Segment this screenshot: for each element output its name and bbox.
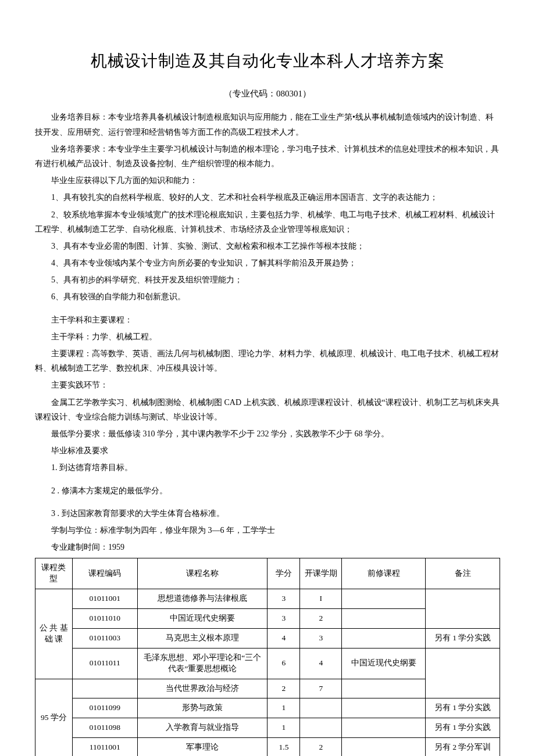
table-row: 01011098 入学教育与就业指导 1 另有 1 学分实践 bbox=[35, 718, 500, 738]
cell-pre: 中国近现代史纲要 bbox=[342, 648, 426, 679]
ability-item-3: 3、具有本专业必需的制图、计算、实验、测试、文献检索和根本工艺操作等根本技能； bbox=[35, 239, 500, 253]
cell-credit: 2 bbox=[268, 679, 300, 698]
th-prereq: 前修课程 bbox=[342, 558, 426, 589]
category-cell-1: 公 共 基 础 课 bbox=[35, 589, 73, 679]
cell-credit: 1 bbox=[268, 718, 300, 738]
cell-pre bbox=[342, 589, 426, 609]
cell-note bbox=[426, 648, 500, 698]
cell-code: 01011011 bbox=[72, 648, 137, 679]
th-code: 课程编码 bbox=[72, 558, 137, 589]
para-abilities-intro: 毕业生应获得以下几方面的知识和能力： bbox=[35, 173, 500, 188]
table-row: 01011011 毛泽东思想、邓小平理论和“三个代表”重要思想概论 6 4 中国… bbox=[35, 648, 500, 679]
grad-item-2: 2 . 修满本方案规定的最低学分。 bbox=[35, 483, 500, 498]
para-objective: 业务培养目标：本专业培养具备机械设计制造根底知识与应用能力，能在工业生产第•线从… bbox=[35, 110, 500, 139]
cell-pre bbox=[342, 738, 426, 756]
ability-item-4: 4、具有本专业领域内某个专业方向所必要的专业知识，了解其科学前沿及开展趋势； bbox=[35, 256, 500, 270]
cell-name: 形势与政策 bbox=[137, 698, 268, 718]
cell-note bbox=[426, 589, 500, 629]
cell-note: 另有 1 学分实践 bbox=[426, 628, 500, 648]
para-main-courses: 主要课程：高等数学、英语、画法几何与机械制图、理论力学、材料力学、机械原理、机械… bbox=[35, 346, 500, 375]
cell-credit: 3 bbox=[268, 589, 300, 609]
th-note: 备注 bbox=[426, 558, 500, 589]
cell-note: 另有 1 学分实践 bbox=[426, 718, 500, 738]
para-established: 专业建制时间：1959 bbox=[35, 540, 500, 554]
para-min-credits: 最低学分要求：最低修读 310 学分，其中课内教学不少于 232 学分，实践教学… bbox=[35, 427, 500, 441]
cell-name: 入学教育与就业指导 bbox=[137, 718, 268, 738]
cell-code: 01011001 bbox=[72, 589, 137, 609]
cell-credit: 1 bbox=[268, 698, 300, 718]
cell-pre bbox=[342, 628, 426, 648]
para-requirements: 业务培养要求：本专业学生主要学习机械设计与制造的根本理论，学习电子技术、计算机技… bbox=[35, 142, 500, 171]
cell-sem bbox=[300, 698, 342, 718]
grad-item-3: 3 . 到达国家教育部要求的大学生体育合格标准。 bbox=[35, 506, 500, 521]
cell-sem: 4 bbox=[300, 648, 342, 679]
para-courses-heading: 主干学科和主要课程： bbox=[35, 313, 500, 327]
page-title: 机械设计制造及其自动化专业本科人才培养方案 bbox=[35, 46, 500, 76]
cell-pre bbox=[342, 679, 426, 698]
cell-code bbox=[72, 679, 137, 698]
cell-sem: I bbox=[300, 589, 342, 609]
cell-pre bbox=[342, 698, 426, 718]
ability-item-1: 1、具有较扎实的自然科学根底、较好的人文、艺术和社会科学根底及正确运用本国语言、… bbox=[35, 190, 500, 205]
para-grad-standard: 毕业标准及要求 bbox=[35, 443, 500, 458]
ability-item-5: 5、具有初步的科学研究、科技开发及组织管理能力； bbox=[35, 273, 500, 287]
cell-sem: 2 bbox=[300, 608, 342, 628]
cell-credit: 4 bbox=[268, 628, 300, 648]
cell-credit: 6 bbox=[268, 648, 300, 679]
cell-credit: 1.5 bbox=[268, 738, 300, 756]
subtitle: （专业代码：080301） bbox=[35, 86, 500, 102]
cell-sem bbox=[300, 718, 342, 738]
cell-name: 思想道德修养与法律根底 bbox=[137, 589, 268, 609]
cell-name: 当代世界政治与经济 bbox=[137, 679, 268, 698]
cell-sem: 7 bbox=[300, 679, 342, 698]
cell-code: 01011098 bbox=[72, 718, 137, 738]
ability-item-6: 6、具有较强的自学能力和创新意识。 bbox=[35, 289, 500, 304]
cell-name: 马克思主义根本原理 bbox=[137, 628, 268, 648]
cell-code: 01011099 bbox=[72, 698, 137, 718]
grad-item-1: 1. 到达德育培养目标。 bbox=[35, 460, 500, 475]
table-header-row: 课程类型 课程编码 课程名称 学分 开课学期 前修课程 备注 bbox=[35, 558, 500, 589]
table-row: 11011001 军事理论 1.5 2 另有 2 学分军训 bbox=[35, 738, 500, 756]
th-name: 课程名称 bbox=[137, 558, 268, 589]
cell-name: 中国近现代史纲要 bbox=[137, 608, 268, 628]
table-row: 01011003 马克思主义根本原理 4 3 另有 1 学分实践 bbox=[35, 628, 500, 648]
para-duration: 学制与学位：标准学制为四年，修业年限为 3—6 年，工学学士 bbox=[35, 523, 500, 538]
cell-credit: 3 bbox=[268, 608, 300, 628]
cell-name: 毛泽东思想、邓小平理论和“三个代表”重要思想概论 bbox=[137, 648, 268, 679]
cell-note: 另有 1 学分实践 bbox=[426, 698, 500, 718]
cell-pre bbox=[342, 718, 426, 738]
cell-code: 01011010 bbox=[72, 608, 137, 628]
table-row: 公 共 基 础 课 01011001 思想道德修养与法律根底 3 I bbox=[35, 589, 500, 609]
cell-code: 01011003 bbox=[72, 628, 137, 648]
cell-sem: 3 bbox=[300, 628, 342, 648]
category-cell-2: 95 学分 bbox=[35, 679, 73, 756]
th-semester: 开课学期 bbox=[300, 558, 342, 589]
para-practice-body: 金属工艺学教学实习、机械制图测绘、机械制图 CAD 上机实践、机械原理课程设计、… bbox=[35, 395, 500, 424]
th-credit: 学分 bbox=[268, 558, 300, 589]
cell-name: 军事理论 bbox=[137, 738, 268, 756]
cell-sem: 2 bbox=[300, 738, 342, 756]
table-row: 01011099 形势与政策 1 另有 1 学分实践 bbox=[35, 698, 500, 718]
para-practice-heading: 主要实践环节： bbox=[35, 378, 500, 392]
th-type: 课程类型 bbox=[35, 558, 73, 589]
cell-code: 11011001 bbox=[72, 738, 137, 756]
cell-pre bbox=[342, 608, 426, 628]
cell-note: 另有 2 学分军训 bbox=[426, 738, 500, 756]
para-disciplines: 主干学科：力学、机械工程。 bbox=[35, 329, 500, 344]
course-table: 课程类型 课程编码 课程名称 学分 开课学期 前修课程 备注 公 共 基 础 课… bbox=[35, 558, 500, 756]
ability-item-2: 2、较系统地掌握本专业领域宽广的技术理论根底知识，主要包括力学、机械学、电工与电… bbox=[35, 207, 500, 237]
